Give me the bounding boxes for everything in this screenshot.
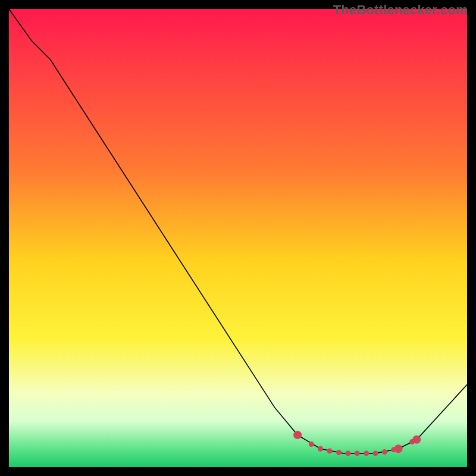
sweet-spot-marker bbox=[336, 450, 342, 455]
sweet-spot-marker bbox=[293, 431, 302, 439]
sweet-spot-marker bbox=[364, 450, 369, 456]
sweet-spot-marker bbox=[373, 450, 378, 456]
sweet-spot-marker bbox=[382, 449, 387, 455]
sweet-spot-marker bbox=[355, 450, 360, 456]
sweet-spot-marker bbox=[412, 436, 421, 444]
bottleneck-chart bbox=[9, 9, 467, 467]
heat-background bbox=[9, 9, 467, 467]
sweet-spot-marker bbox=[327, 449, 333, 454]
sweet-spot-marker bbox=[309, 441, 314, 447]
sweet-spot-marker bbox=[345, 450, 350, 456]
chart-frame: TheBottlenecker.com bbox=[0, 0, 476, 476]
sweet-spot-marker bbox=[318, 446, 323, 452]
sweet-spot-marker bbox=[394, 444, 403, 453]
watermark-text: TheBottlenecker.com bbox=[333, 2, 468, 18]
